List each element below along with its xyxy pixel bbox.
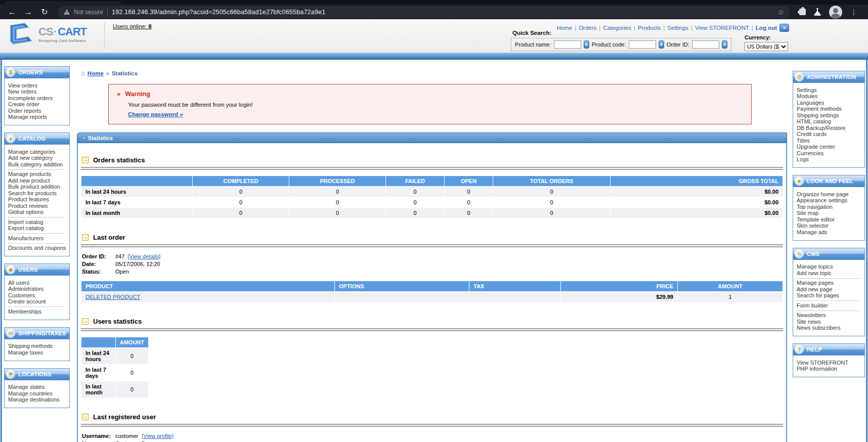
sidebar-item-news-subscribers[interactable]: News subscribers — [797, 325, 863, 332]
deleted-product-link[interactable]: DELETED PRODUCT — [85, 294, 140, 300]
menu-kebab-icon[interactable]: ⋮ — [850, 8, 857, 16]
sidebar-item-shipping-settings[interactable]: Shipping settings — [797, 112, 863, 119]
sidebar-item-bulk-product-addition[interactable]: Bulk product addition — [8, 184, 68, 191]
sidebar-item-top-navigation[interactable]: Top navigation — [797, 204, 863, 210]
sidebar-item-html-catalog[interactable]: HTML catalog — [797, 119, 863, 125]
sidebar-item-view-storefront[interactable]: View STOREFRONT — [797, 360, 863, 366]
sidebar-item-manage-pages[interactable]: Manage pages — [797, 280, 863, 287]
sidebar-item-import-catalog[interactable]: Import catalog — [8, 219, 68, 226]
sidebar-item-form-builder[interactable]: Form builder — [797, 302, 863, 309]
view-profile-link[interactable]: [View profile] — [142, 432, 173, 440]
sidebar-item-manage-destinations[interactable]: Manage destinations — [8, 397, 68, 404]
sidebar-item-organize-home-page[interactable]: Organize home page — [797, 191, 863, 198]
reload-icon[interactable]: ↻ — [38, 8, 51, 16]
product-code-input[interactable] — [629, 40, 656, 49]
sidebar-item-payment-methods[interactable]: Payment methods — [797, 106, 863, 113]
sidebar-item-skin-selector[interactable]: Skin selector — [797, 223, 863, 230]
order-id-input[interactable] — [692, 40, 719, 49]
cell-value: 0 — [445, 208, 493, 218]
sidebar-item-modules[interactable]: Modules — [797, 94, 863, 100]
logout-go-button[interactable]: » — [779, 24, 789, 32]
sidebar-item-appearance-settings[interactable]: Appearance settings — [797, 198, 863, 204]
sidebar-item-manufacturers[interactable]: Manufacturers — [8, 235, 68, 242]
sidebar-item-manage-categories[interactable]: Manage categories — [8, 149, 68, 155]
users-online-label: Users online: — [113, 23, 147, 29]
url-text[interactable]: 192.168.246.39/admin.php?acsid=2505c66ba… — [112, 9, 773, 16]
sidebar-item-languages[interactable]: Languages — [797, 100, 863, 106]
nav-settings[interactable]: Settings — [667, 25, 688, 31]
sidebar-item-manage-countries[interactable]: Manage countries — [8, 390, 68, 397]
sidebar-item-settings[interactable]: Settings — [797, 87, 863, 94]
breadcrumb-home-link[interactable]: Home — [88, 70, 104, 76]
sidebar-item-product-reviews[interactable]: Product reviews — [8, 203, 68, 209]
sidebar-item-manage-taxes[interactable]: Manage taxes — [8, 349, 68, 356]
sidebar-item-credit-cards[interactable]: Credit cards — [797, 131, 863, 138]
sidebar-item-manage-states[interactable]: Manage states — [8, 384, 68, 391]
view-details-link[interactable]: [View details] — [127, 253, 160, 260]
sidebar-item-manage-topics[interactable]: Manage topics — [797, 264, 863, 271]
extensions-icon[interactable] — [799, 9, 806, 15]
sidebar-item-site-news[interactable]: Site news — [797, 319, 863, 325]
flask-icon[interactable] — [814, 8, 821, 16]
sidebar-item-search-for-pages[interactable]: Search for pages — [797, 293, 863, 299]
sidebar-item-create-account[interactable]: Create account — [8, 299, 68, 305]
order-id-go-button[interactable]: » — [722, 40, 727, 49]
nav-orders[interactable]: Orders — [579, 25, 596, 31]
sidebar-item-discounts-and-coupons[interactable]: Discounts and coupons — [8, 245, 68, 252]
sidebar-item-upgrade-center[interactable]: Upgrade center — [797, 144, 863, 151]
sidebar-item-all-users[interactable]: All users — [8, 280, 68, 286]
sidebar-item-bulk-category-addition[interactable]: Bulk category addition — [8, 161, 68, 168]
users-online-link[interactable]: Users online: 8 — [113, 23, 152, 29]
sidebar-right: ⚙ ADMINISTRATION Settings Modules Langua… — [793, 71, 865, 384]
back-icon[interactable]: ← — [6, 8, 18, 16]
sidebar-item-newsletters[interactable]: Newsletters — [797, 313, 863, 319]
header-divider — [104, 22, 105, 49]
product-name-go-button[interactable]: » — [584, 40, 589, 49]
browser-tab[interactable] — [5, 1, 121, 5]
sidebar-item-template-editor[interactable]: Template editor — [797, 216, 863, 223]
sidebar-item-shipping-methods[interactable]: Shipping methods — [8, 343, 68, 350]
sidebar-item-order-reports[interactable]: Order reports — [8, 108, 68, 114]
sidebar-item-titles[interactable]: Titles — [797, 138, 863, 144]
nav-logout[interactable]: Log out — [756, 25, 777, 31]
product-code-go-button[interactable]: » — [659, 40, 664, 49]
nav-view-storefront[interactable]: View STOREFRONT — [695, 25, 749, 31]
sidebar-item-add-new-topic[interactable]: Add new topic — [797, 270, 863, 277]
table-row: In last 7 days 0 0 0 0 0 $0.00 — [81, 197, 783, 207]
nav-categories[interactable]: Categories — [603, 25, 631, 31]
profile-avatar[interactable] — [829, 6, 842, 19]
sidebar-item-php-information[interactable]: PHP information — [797, 366, 863, 373]
sidebar-item-search-for-products[interactable]: Search for products — [8, 190, 68, 197]
sidebar-item-customers[interactable]: Customers — [8, 292, 68, 299]
sidebar-item-incomplete-orders[interactable]: Incomplete orders — [8, 95, 68, 102]
sidebar-item-export-catalog[interactable]: Export catalog — [8, 226, 68, 232]
nav-products[interactable]: Products — [638, 25, 661, 31]
bookmark-star-icon[interactable]: ☆ — [777, 8, 784, 16]
sidebar-item-manage-reports[interactable]: Manage reports — [8, 114, 68, 121]
product-name-input[interactable] — [554, 40, 581, 49]
sidebar-item-global-options[interactable]: Global options — [8, 209, 68, 216]
change-password-link[interactable]: Change password » — [128, 111, 183, 117]
sidebar-box-users: ☻ USERS All users Administrators Custome… — [4, 263, 70, 320]
sidebar-item-create-order[interactable]: Create order — [8, 102, 68, 108]
nav-home[interactable]: Home — [556, 25, 572, 31]
sidebar-item-db-backup-restore[interactable]: DB Backup/Restore — [797, 125, 863, 131]
forward-icon[interactable]: → — [22, 8, 34, 16]
sidebar-item-add-new-page[interactable]: Add new page — [797, 286, 863, 293]
sidebar-item-administrators[interactable]: Administrators — [8, 286, 68, 293]
sidebar-item-manage-products[interactable]: Manage products — [8, 171, 68, 178]
address-bar[interactable]: ! Not secure 192.168.246.39/admin.php?ac… — [58, 6, 790, 18]
cell-value: 0 — [193, 208, 289, 218]
sidebar-item-currencies[interactable]: Currencies — [797, 150, 863, 157]
currency-select[interactable]: US Dollars ($) — [745, 42, 788, 51]
sidebar-item-add-new-product[interactable]: Add new product — [8, 178, 68, 184]
sidebar-item-add-new-category[interactable]: Add new category — [8, 155, 68, 162]
sidebar-item-memberships[interactable]: Memberships — [8, 308, 68, 315]
sidebar-item-new-orders[interactable]: New orders — [8, 89, 68, 96]
sidebar-item-logs[interactable]: Logs — [797, 157, 863, 163]
orders-statistics-table: COMPLETED PROCESSED FAILED OPEN TOTAL OR… — [81, 175, 783, 218]
sidebar-item-manage-ads[interactable]: Manage ads — [797, 229, 863, 236]
sidebar-item-site-map[interactable]: Site map — [797, 210, 863, 217]
sidebar-item-view-orders[interactable]: View orders — [8, 82, 68, 89]
sidebar-item-product-features[interactable]: Product features — [8, 197, 68, 203]
